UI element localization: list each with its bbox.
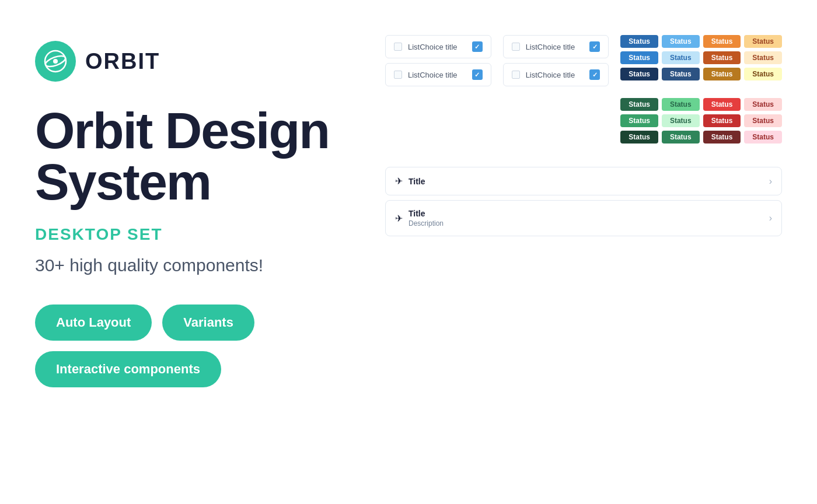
list-choice-item[interactable]: ListChoice title [385,63,491,86]
list-choice-icon [512,43,520,51]
status-badge: Status [662,98,700,111]
status-badge: Status [620,35,658,48]
status-row: Status Status Status Status [620,51,782,64]
list-tile-2[interactable]: ✈ Title Description › [385,200,782,236]
list-tile-1[interactable]: ✈ Title › [385,167,782,195]
status-badge: Status [703,98,741,111]
status-badge: Status [620,51,658,64]
status-badge: Status [744,35,782,48]
list-choice-title: ListChoice title [526,43,575,51]
logo-area: ORBIT [35,41,362,82]
status-badge: Status [662,114,700,127]
list-tile-area: ✈ Title › ✈ Title Description › [385,167,782,236]
list-choice-icon [512,71,520,79]
status-badge: Status [662,68,700,80]
list-tile-content: Title [408,177,425,186]
desktop-set-label: DESKTOP SET [35,225,362,244]
list-choice-left: ListChoice title [394,43,458,51]
list-choice-title: ListChoice title [408,71,458,79]
list-choice-section: ListChoice title ListChoice title [385,35,609,86]
headline-line1: Orbit Design [35,102,329,159]
headline: Orbit Design System [35,105,362,208]
checkbox-checked[interactable] [589,41,600,52]
plane-icon: ✈ [395,213,403,224]
svg-point-2 [53,59,58,64]
status-grid-top: Status Status Status Status Status Statu… [620,35,782,144]
checkbox-checked[interactable] [472,41,483,52]
list-choice-col2: ListChoice title ListChoice title [503,35,609,86]
status-badge: Status [744,131,782,144]
right-section: ListChoice title ListChoice title [362,29,782,475]
list-tile-description: Description [408,219,444,228]
badge-interactive[interactable]: Interactive components [35,351,221,387]
status-badge: Status [662,35,700,48]
logo-circle [35,41,76,82]
logo-text: ORBIT [85,49,160,74]
list-choice-item[interactable]: ListChoice title [503,63,609,86]
status-badge: Status [703,114,741,127]
list-choice-col1: ListChoice title ListChoice title [385,35,491,86]
status-row: Status Status Status Status [620,98,782,111]
main-container: ORBIT Orbit Design System DESKTOP SET 30… [0,0,817,504]
chevron-right-icon: › [769,213,772,223]
list-tile-content: Title Description [408,209,444,228]
badge-variants[interactable]: Variants [162,304,254,341]
list-choice-icon [394,43,402,51]
list-tile-left: ✈ Title [395,176,425,187]
status-badge: Status [703,131,741,144]
list-choice-title: ListChoice title [526,71,575,79]
list-choice-item[interactable]: ListChoice title [385,35,491,58]
status-badge: Status [620,131,658,144]
list-tile-title: Title [408,209,444,218]
list-choice-left: ListChoice title [512,43,575,51]
list-choice-left: ListChoice title [394,71,458,79]
list-choice-icon [394,71,402,79]
status-badge: Status [662,51,700,64]
status-badge: Status [620,114,658,127]
status-badge: Status [662,131,700,144]
status-row: Status Status Status Status [620,114,782,127]
plane-icon: ✈ [395,176,403,187]
status-badge: Status [744,68,782,80]
headline-line2: System [35,153,211,211]
status-badge: Status [744,51,782,64]
upper-components: ListChoice title ListChoice title [385,35,782,144]
list-tile-left: ✈ Title Description [395,209,444,228]
status-row: Status Status Status Status [620,131,782,144]
list-choice-left: ListChoice title [512,71,575,79]
orbit-logo-icon [44,50,67,73]
badges-row: Auto Layout Variants Interactive compone… [35,304,362,387]
list-choice-title: ListChoice title [408,43,458,51]
left-section: ORBIT Orbit Design System DESKTOP SET 30… [35,29,362,475]
status-badge: Status [744,114,782,127]
status-badge: Status [703,51,741,64]
status-row: Status Status Status Status [620,68,782,80]
checkbox-checked[interactable] [589,69,600,80]
status-row: Status Status Status Status [620,35,782,48]
subtitle: 30+ high quality components! [35,256,362,275]
list-choice-item[interactable]: ListChoice title [503,35,609,58]
chevron-right-icon: › [769,176,772,187]
checkbox-checked[interactable] [472,69,483,80]
badge-auto-layout[interactable]: Auto Layout [35,304,152,341]
status-badge: Status [703,35,741,48]
status-badge: Status [744,98,782,111]
list-tile-title: Title [408,177,425,186]
status-badge: Status [620,98,658,111]
status-badge: Status [620,68,658,80]
status-badge: Status [703,68,741,80]
